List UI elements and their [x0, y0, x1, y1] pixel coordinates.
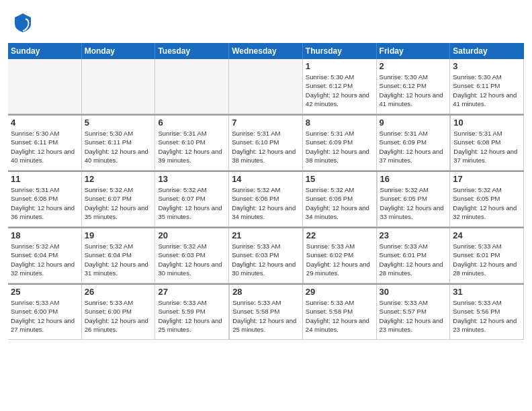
day-info: Sunrise: 5:33 AMSunset: 6:03 PMDaylight:… [232, 242, 300, 277]
day-number: 4 [11, 118, 79, 128]
day-info: Sunrise: 5:33 AMSunset: 5:59 PMDaylight:… [158, 298, 226, 334]
day-cell-17: 17Sunrise: 5:32 AMSunset: 6:05 PMDayligh… [450, 172, 524, 227]
day-number: 18 [11, 230, 79, 240]
day-number: 27 [158, 287, 226, 297]
calendar: SundayMondayTuesdayWednesdayThursdayFrid… [0, 43, 532, 348]
day-number: 6 [158, 118, 226, 128]
header-day-saturday: Saturday [450, 43, 524, 59]
logo [13, 12, 32, 36]
day-number: 20 [158, 230, 226, 240]
day-info: Sunrise: 5:30 AMSunset: 6:12 PMDaylight:… [306, 73, 373, 108]
day-info: Sunrise: 5:33 AMSunset: 5:58 PMDaylight:… [232, 298, 300, 334]
day-cell-16: 16Sunrise: 5:32 AMSunset: 6:05 PMDayligh… [377, 172, 451, 227]
day-number: 10 [453, 118, 521, 128]
day-number: 2 [380, 61, 447, 71]
day-cell-31: 31Sunrise: 5:33 AMSunset: 5:56 PMDayligh… [450, 285, 524, 340]
day-info: Sunrise: 5:30 AMSunset: 6:11 PMDaylight:… [11, 129, 79, 165]
day-cell-7: 7Sunrise: 5:31 AMSunset: 6:10 PMDaylight… [229, 116, 303, 171]
day-number: 25 [11, 287, 79, 297]
day-info: Sunrise: 5:31 AMSunset: 6:09 PMDaylight:… [306, 129, 373, 165]
day-number: 17 [453, 174, 521, 184]
day-cell-1: 1Sunrise: 5:30 AMSunset: 6:12 PMDaylight… [303, 59, 377, 114]
day-cell-22: 22Sunrise: 5:33 AMSunset: 6:02 PMDayligh… [303, 228, 377, 283]
day-info: Sunrise: 5:32 AMSunset: 6:04 PMDaylight:… [11, 242, 79, 277]
day-info: Sunrise: 5:32 AMSunset: 6:05 PMDaylight:… [453, 185, 521, 221]
day-info: Sunrise: 5:32 AMSunset: 6:04 PMDaylight:… [85, 242, 152, 277]
day-info: Sunrise: 5:31 AMSunset: 6:09 PMDaylight:… [380, 129, 447, 165]
day-info: Sunrise: 5:31 AMSunset: 6:08 PMDaylight:… [11, 185, 79, 221]
day-cell-19: 19Sunrise: 5:32 AMSunset: 6:04 PMDayligh… [82, 228, 156, 283]
day-number: 12 [85, 174, 152, 184]
day-cell-5: 5Sunrise: 5:30 AMSunset: 6:11 PMDaylight… [82, 116, 156, 171]
header-day-sunday: Sunday [8, 43, 82, 59]
day-info: Sunrise: 5:31 AMSunset: 6:08 PMDaylight:… [453, 129, 521, 165]
day-number: 5 [85, 118, 152, 128]
day-number: 9 [380, 118, 447, 128]
day-cell-21: 21Sunrise: 5:33 AMSunset: 6:03 PMDayligh… [229, 228, 303, 283]
day-number: 29 [306, 287, 373, 297]
day-cell-15: 15Sunrise: 5:32 AMSunset: 6:06 PMDayligh… [303, 172, 377, 227]
day-cell-23: 23Sunrise: 5:33 AMSunset: 6:01 PMDayligh… [377, 228, 451, 283]
day-info: Sunrise: 5:33 AMSunset: 5:58 PMDaylight:… [306, 298, 373, 334]
day-cell-30: 30Sunrise: 5:33 AMSunset: 5:57 PMDayligh… [377, 285, 451, 340]
day-number: 13 [158, 174, 226, 184]
day-number: 21 [232, 230, 300, 240]
day-number: 22 [306, 230, 373, 240]
day-cell-14: 14Sunrise: 5:32 AMSunset: 6:06 PMDayligh… [229, 172, 303, 227]
day-info: Sunrise: 5:33 AMSunset: 6:00 PMDaylight:… [85, 298, 152, 334]
day-number: 11 [11, 174, 79, 184]
day-cell-4: 4Sunrise: 5:30 AMSunset: 6:11 PMDaylight… [8, 116, 82, 171]
day-cell-20: 20Sunrise: 5:32 AMSunset: 6:03 PMDayligh… [155, 228, 229, 283]
day-number: 28 [232, 287, 300, 297]
day-info: Sunrise: 5:33 AMSunset: 6:01 PMDaylight:… [380, 242, 447, 277]
day-info: Sunrise: 5:30 AMSunset: 6:11 PMDaylight:… [85, 129, 152, 165]
header-day-monday: Monday [82, 43, 156, 59]
day-info: Sunrise: 5:30 AMSunset: 6:12 PMDaylight:… [380, 73, 447, 108]
day-cell-3: 3Sunrise: 5:30 AMSunset: 6:11 PMDaylight… [450, 59, 524, 114]
day-info: Sunrise: 5:33 AMSunset: 6:02 PMDaylight:… [306, 242, 373, 277]
day-number: 24 [453, 230, 521, 240]
day-number: 15 [306, 174, 373, 184]
day-cell-28: 28Sunrise: 5:33 AMSunset: 5:58 PMDayligh… [229, 285, 303, 340]
day-number: 31 [453, 287, 521, 297]
day-number: 8 [306, 118, 373, 128]
day-info: Sunrise: 5:32 AMSunset: 6:07 PMDaylight:… [158, 185, 226, 221]
day-info: Sunrise: 5:33 AMSunset: 5:57 PMDaylight:… [380, 298, 447, 334]
day-info: Sunrise: 5:31 AMSunset: 6:10 PMDaylight:… [158, 129, 226, 165]
day-cell-25: 25Sunrise: 5:33 AMSunset: 6:00 PMDayligh… [8, 285, 82, 340]
page-header [0, 0, 532, 43]
day-info: Sunrise: 5:33 AMSunset: 5:56 PMDaylight:… [453, 298, 521, 334]
day-cell-8: 8Sunrise: 5:31 AMSunset: 6:09 PMDaylight… [303, 116, 377, 171]
day-cell-6: 6Sunrise: 5:31 AMSunset: 6:10 PMDaylight… [155, 116, 229, 171]
calendar-header: SundayMondayTuesdayWednesdayThursdayFrid… [8, 43, 524, 59]
day-number: 3 [453, 61, 521, 71]
day-cell-13: 13Sunrise: 5:32 AMSunset: 6:07 PMDayligh… [155, 172, 229, 227]
day-number: 19 [85, 230, 152, 240]
header-day-friday: Friday [377, 43, 451, 59]
day-info: Sunrise: 5:30 AMSunset: 6:11 PMDaylight:… [453, 73, 521, 108]
header-day-wednesday: Wednesday [229, 43, 303, 59]
day-cell-10: 10Sunrise: 5:31 AMSunset: 6:08 PMDayligh… [450, 116, 524, 171]
logo-icon [13, 12, 32, 34]
day-info: Sunrise: 5:32 AMSunset: 6:07 PMDaylight:… [85, 185, 152, 221]
day-cell-29: 29Sunrise: 5:33 AMSunset: 5:58 PMDayligh… [303, 285, 377, 340]
calendar-grid: 1Sunrise: 5:30 AMSunset: 6:12 PMDaylight… [8, 59, 524, 340]
header-day-thursday: Thursday [303, 43, 377, 59]
day-info: Sunrise: 5:33 AMSunset: 6:00 PMDaylight:… [11, 298, 79, 334]
day-cell-24: 24Sunrise: 5:33 AMSunset: 6:01 PMDayligh… [450, 228, 524, 283]
page-container: SundayMondayTuesdayWednesdayThursdayFrid… [0, 0, 532, 348]
day-info: Sunrise: 5:32 AMSunset: 6:03 PMDaylight:… [158, 242, 226, 277]
day-info: Sunrise: 5:32 AMSunset: 6:06 PMDaylight:… [306, 185, 373, 221]
day-info: Sunrise: 5:32 AMSunset: 6:05 PMDaylight:… [380, 185, 447, 221]
day-number: 14 [232, 174, 300, 184]
empty-cell [229, 59, 303, 114]
header-day-tuesday: Tuesday [155, 43, 229, 59]
day-number: 26 [85, 287, 152, 297]
day-cell-26: 26Sunrise: 5:33 AMSunset: 6:00 PMDayligh… [82, 285, 156, 340]
empty-cell [155, 59, 229, 114]
empty-cell [82, 59, 156, 114]
day-number: 16 [380, 174, 447, 184]
day-number: 1 [306, 61, 373, 71]
day-cell-2: 2Sunrise: 5:30 AMSunset: 6:12 PMDaylight… [377, 59, 451, 114]
day-info: Sunrise: 5:31 AMSunset: 6:10 PMDaylight:… [232, 129, 300, 165]
